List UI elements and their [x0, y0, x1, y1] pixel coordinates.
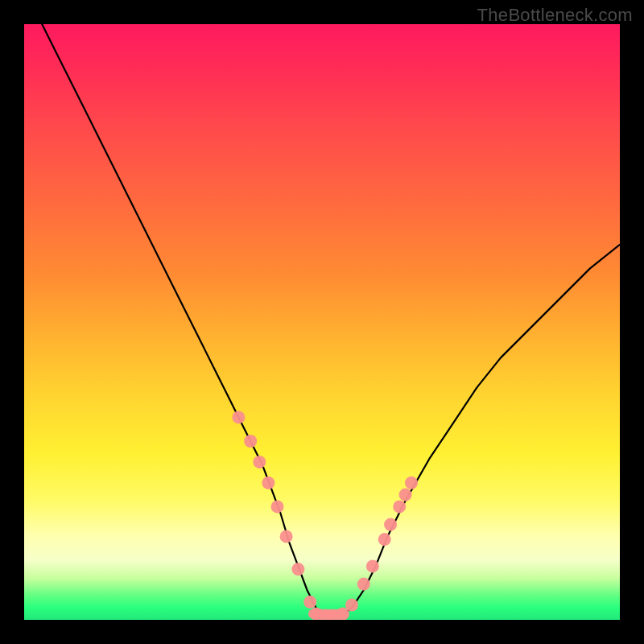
svg-point-13: [280, 530, 293, 543]
svg-point-21: [357, 578, 370, 591]
svg-point-12: [271, 500, 284, 513]
bottleneck-curve: [42, 24, 620, 617]
svg-point-10: [253, 456, 266, 469]
svg-point-26: [399, 489, 412, 502]
svg-point-14: [291, 563, 304, 576]
plot-svg: [24, 24, 620, 620]
svg-point-24: [384, 518, 397, 531]
watermark-text: TheBottleneck.com: [477, 5, 633, 26]
svg-point-25: [393, 500, 406, 513]
svg-point-9: [244, 435, 257, 448]
plot-area: [24, 24, 620, 620]
chart-stage: TheBottleneck.com: [0, 0, 644, 644]
svg-point-8: [232, 411, 245, 423]
svg-point-20: [345, 599, 358, 612]
svg-point-27: [405, 477, 418, 489]
svg-point-15: [303, 596, 316, 609]
svg-point-11: [262, 477, 275, 489]
svg-point-22: [366, 559, 379, 572]
svg-point-23: [378, 533, 391, 546]
sample-dots: [232, 411, 418, 620]
